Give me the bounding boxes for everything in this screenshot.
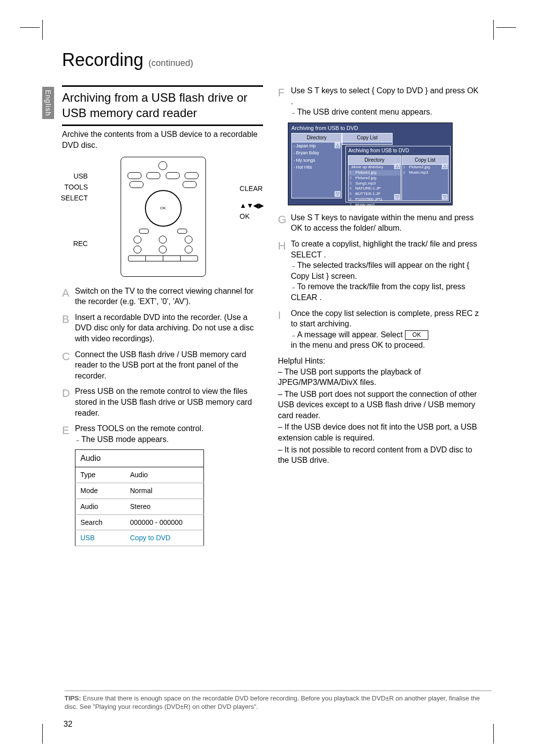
step: B Insert a recordable DVD into the recor… xyxy=(62,312,263,344)
section-intro: Archive the contents from a USB device t… xyxy=(62,129,263,150)
crop-mark xyxy=(493,724,494,744)
usb-shot-title: Archiving from USB to DVD xyxy=(288,123,452,133)
scroll-down-icon: ▽ xyxy=(394,194,400,200)
crop-mark xyxy=(20,27,40,28)
file-row: 1Picture1.jpg xyxy=(348,170,401,176)
table-row: TypeAudio xyxy=(75,467,204,483)
step-sub: To remove the track/file from the copy l… xyxy=(291,281,479,303)
dir-item: Bryan Bday xyxy=(292,149,341,156)
tips-text: Ensure that there is enough space on the… xyxy=(65,694,480,711)
page: English Recording (continued) Archiving … xyxy=(0,0,536,756)
dir-item: My songs xyxy=(292,157,341,164)
ok-box: OK xyxy=(405,330,428,339)
cell-val: Copy to DVD xyxy=(125,530,204,546)
left-column: Archiving from a USB ﬂash drive or USB m… xyxy=(62,85,263,546)
step-letter: C xyxy=(62,349,75,381)
step-text: Once the copy list selection is complete… xyxy=(291,308,479,351)
step-text: Press USB on the remote control to view … xyxy=(75,386,263,418)
step: I Once the copy list selection is comple… xyxy=(278,308,479,351)
file-row: 8MERLIO-1.JPG xyxy=(348,208,401,213)
file-row: 4NATURE-1.JP xyxy=(348,186,401,191)
crop-mark xyxy=(42,20,43,40)
cell-val: Audio xyxy=(125,467,204,483)
helpful-heading: Helpful Hints: xyxy=(278,356,479,367)
scroll-up-icon: △ xyxy=(394,163,400,169)
scroll-up-icon: △ xyxy=(335,142,340,148)
cell-val: 000000 - 000000 xyxy=(125,514,204,530)
helpful-item: If the USB device does not ﬁt into the U… xyxy=(278,422,479,443)
dir-item: Japan trip xyxy=(292,142,341,149)
helpful-hints: Helpful Hints: The USB port supports the… xyxy=(278,356,479,466)
file-row: 2Music.mp3 xyxy=(402,170,448,176)
step-letter: E xyxy=(62,423,75,444)
page-number: 32 xyxy=(64,720,72,729)
cell-key: Audio xyxy=(75,499,126,514)
step-sub: The selected tracks/files will appear on… xyxy=(291,260,479,281)
helpful-item: It is not possible to record content fro… xyxy=(278,444,479,466)
file-row: ..Move up directory xyxy=(348,165,401,170)
section-heading: Archiving from a USB ﬂash drive or USB m… xyxy=(62,90,263,121)
file-row: 7Music.mp3 xyxy=(348,202,401,208)
step-letter: I xyxy=(278,308,291,351)
cell-key: Mode xyxy=(75,483,126,499)
step: G Use S T keys to navigate within the me… xyxy=(278,212,479,234)
crop-mark xyxy=(493,20,494,40)
step: H To create a copylist, highlight the tr… xyxy=(278,239,479,303)
step-text: Connect the USB flash drive / USB memory… xyxy=(75,349,263,381)
remote-box xyxy=(121,157,206,277)
cell-key: USB xyxy=(75,530,126,546)
sub-dir-header: Directory xyxy=(348,156,401,165)
cell-key: Search xyxy=(75,514,126,530)
step: E Press TOOLS on the remote control.The … xyxy=(62,423,263,444)
right-column: F Use S T keys to select { Copy to DVD }… xyxy=(278,85,479,546)
step-letter: D xyxy=(62,386,75,418)
title-continued: (continued) xyxy=(148,58,193,68)
step-letter: B xyxy=(62,312,75,344)
label-select: SELECT xyxy=(61,193,88,204)
usb-sub-screenshot: Archiving from USB to DVD Directory ..Mo… xyxy=(345,146,451,202)
step-text: Use S T keys to select { Copy to DVD } a… xyxy=(291,85,479,118)
step: F Use S T keys to select { Copy to DVD }… xyxy=(278,85,479,118)
cell-val: Stereo xyxy=(125,499,204,514)
dir-item: Hot Hits xyxy=(292,164,341,171)
title-text: Recording xyxy=(62,50,143,70)
page-title: Recording (continued) xyxy=(62,50,494,70)
step-sub: The USB mode appears. xyxy=(75,434,263,445)
label-clear: CLEAR xyxy=(240,184,265,195)
step-sub-after: in the menu and press OK to proceed. xyxy=(291,340,479,351)
file-row: 3Song1.mp3 xyxy=(348,181,401,187)
language-tab: English xyxy=(42,87,54,119)
label-arrows: ▲▼◀▶ xyxy=(240,201,265,212)
step-text: Insert a recordable DVD into the recorde… xyxy=(75,312,263,344)
step-letter: G xyxy=(278,212,291,234)
table-row: AudioStereo xyxy=(75,499,204,514)
cell-val: Normal xyxy=(125,483,204,499)
step-text: Press TOOLS on the remote control.The US… xyxy=(75,423,263,444)
table-row: USBCopy to DVD xyxy=(75,530,204,546)
audio-header: Audio xyxy=(75,450,204,467)
usb-screenshot: Archiving from USB to DVD Directory Japa… xyxy=(288,123,453,205)
table-row: Search000000 - 000000 xyxy=(75,514,204,530)
helpful-item: The USB port supports the playback of JP… xyxy=(278,367,479,388)
file-row: 6P1022500.JPG xyxy=(348,197,401,202)
label-ok: OK xyxy=(240,212,265,223)
step: D Press USB on the remote control to vie… xyxy=(62,386,263,418)
cell-key: Type xyxy=(75,467,126,483)
label-tools: TOOLS xyxy=(61,183,88,193)
directory-header: Directory xyxy=(292,133,341,143)
step-text: Use S T keys to navigate within the menu… xyxy=(291,212,479,234)
step-letter: A xyxy=(62,286,75,307)
step-text: Switch on the TV to the correct viewing … xyxy=(75,286,263,307)
table-row: ModeNormal xyxy=(75,483,204,499)
scroll-down-icon: ▽ xyxy=(442,194,448,200)
step-letter: F xyxy=(278,85,291,118)
step: A Switch on the TV to the correct viewin… xyxy=(62,286,263,307)
remote-illustration: USB TOOLS SELECT REC CLEAR ▲▼◀▶ OK xyxy=(88,157,237,277)
sub-title: Archiving from USB to DVD xyxy=(346,146,450,155)
helpful-item: The USB port does not support the connec… xyxy=(278,389,479,421)
step-sub: The USB drive content menu appears. xyxy=(291,107,479,118)
copylist-header: Copy List xyxy=(342,133,392,143)
label-rec: REC xyxy=(61,239,88,250)
scroll-down-icon: ▽ xyxy=(335,191,340,197)
tips-label: TIPS: xyxy=(65,694,81,702)
